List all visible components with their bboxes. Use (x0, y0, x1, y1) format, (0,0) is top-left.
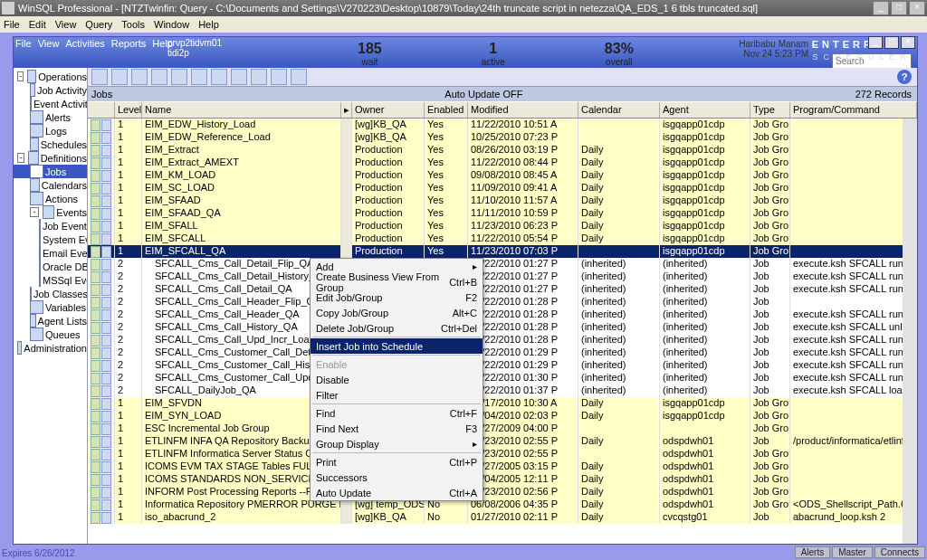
tree-item[interactable]: System Ev... (14, 233, 87, 246)
sched-min-button[interactable]: _ (868, 36, 883, 49)
col-program[interactable]: Program/Command (790, 102, 917, 118)
expand-icon[interactable]: - (17, 153, 24, 163)
expand-icon[interactable]: - (30, 207, 39, 217)
column-headers[interactable]: Level Name ▸ Owner Enabled Modified Cale… (88, 101, 917, 119)
tb-release-icon[interactable] (291, 69, 307, 85)
col-enabled[interactable]: Enabled (425, 102, 468, 118)
tb-refresh-icon[interactable] (91, 69, 108, 85)
menu-edit[interactable]: Edit (29, 19, 46, 30)
menu-help[interactable]: Help (198, 19, 219, 30)
tree-item[interactable]: Job Classes (14, 287, 87, 300)
table-row[interactable]: 1ICOMS EVM TAX STAGE Tables FULLREF10/27… (88, 460, 917, 473)
tree-item[interactable]: Actions (14, 192, 87, 205)
menu-tools[interactable]: Tools (121, 19, 145, 30)
tree-item[interactable]: Logs (14, 124, 87, 138)
tree-item[interactable]: Oracle DB ... (14, 260, 87, 273)
table-row[interactable]: 2SFCALL_Cms_Call_Detail_Flip_QA11/22/201… (88, 258, 917, 271)
table-row[interactable]: 1ESC Incremental Job Group07/27/2009 04:… (88, 422, 917, 435)
ctx-item[interactable]: PrintCtrl+P (311, 454, 483, 470)
tb-filter-icon[interactable] (211, 69, 227, 85)
table-row[interactable]: 1EIM_KM_LOADProductionYes09/08/2010 08:4… (88, 169, 917, 182)
table-row[interactable]: 2SFCALL_Cms_Call_Upd_Incr_Load_Ct11/22/2… (88, 334, 917, 346)
server-2[interactable]: tidi2p (167, 48, 222, 58)
smenu-view[interactable]: View (38, 38, 60, 49)
col-level[interactable]: Level (115, 102, 142, 118)
ctx-item[interactable]: Copy Job/GroupAlt+C (311, 305, 483, 320)
tree-item[interactable]: Event Activity (14, 97, 87, 110)
ctx-item[interactable]: FindCtrl+F (311, 405, 483, 421)
ctx-item[interactable]: Auto UpdateCtrl+A (311, 485, 483, 500)
tb-delete-icon[interactable] (171, 69, 187, 85)
help-icon[interactable]: ? (897, 70, 912, 84)
close-button[interactable]: × (909, 1, 925, 15)
status-master[interactable]: Master (832, 546, 873, 558)
table-row[interactable]: 2SFCALL_Cms_Call_Detail_QA11/22/2010 01:… (88, 283, 917, 296)
minimize-button[interactable]: _ (873, 1, 889, 15)
server-1[interactable]: prvp2tidvm01 (167, 38, 222, 48)
smenu-activities[interactable]: Activities (65, 38, 104, 49)
ctx-item[interactable]: Create Business View From GroupCtrl+B (311, 274, 483, 289)
tb-copy-icon[interactable] (151, 69, 167, 85)
sched-max-button[interactable]: □ (884, 36, 899, 49)
maximize-button[interactable]: □ (891, 1, 907, 15)
menu-view[interactable]: View (55, 19, 77, 30)
tree-item[interactable]: Calendars (14, 178, 87, 192)
ctx-item[interactable]: Filter (311, 387, 483, 403)
table-row[interactable]: 2SFCALL_Cms_Customer_Call_Upd_Inc11/22/2… (88, 372, 917, 384)
table-row[interactable]: 2SFCALL_Cms_Customer_Call_History_11/22/… (88, 359, 917, 372)
menu-file[interactable]: File (4, 19, 20, 30)
table-row[interactable]: 1EIM_SFCALLProductionYes11/22/2010 05:54… (88, 233, 917, 245)
tb-print-icon[interactable] (191, 69, 207, 85)
table-row[interactable]: 1EIM_SC_LOADProductionYes11/09/2010 09:4… (88, 182, 917, 195)
menu-window[interactable]: Window (154, 19, 189, 30)
vertical-scrollbar[interactable] (903, 119, 917, 544)
tree-item[interactable]: Email Events (14, 246, 87, 260)
tree-item[interactable]: -Events (14, 205, 87, 219)
tb-run-icon[interactable] (231, 69, 247, 85)
status-alerts[interactable]: Alerts (795, 546, 831, 558)
table-row[interactable]: 1ETLINFM INFA QA Repository Backup - p08… (88, 435, 917, 448)
table-row[interactable]: 2SFCALL_Cms_Call_Detail_History_QA11/22/… (88, 271, 917, 283)
tb-edit-icon[interactable] (131, 69, 148, 85)
smenu-file[interactable]: File (15, 38, 32, 49)
table-row[interactable]: 1EIM_SFAAD_QAProductionYes11/11/2010 10:… (88, 207, 917, 220)
table-row[interactable]: 1EIM_SYN_LOAD11/04/2010 02:03 PDailyisgq… (88, 410, 917, 422)
sched-close-button[interactable]: × (901, 36, 915, 49)
table-row[interactable]: 1EIM_SFVDN11/17/2010 10:30 ADailyisgqapp… (88, 397, 917, 410)
ctx-item[interactable]: Successors (311, 470, 483, 485)
context-menu[interactable]: AddCreate Business View From GroupCtrl+B… (310, 258, 483, 501)
ctx-item[interactable]: Group Display (311, 436, 483, 451)
status-connects[interactable]: Connects (874, 546, 925, 558)
table-row[interactable]: 1EIM_Extract_AMEXTProductionYes11/22/201… (88, 157, 917, 169)
col-icon[interactable] (88, 102, 115, 118)
grid-rows[interactable]: 1EIM_EDW_History_Load[wg]KB_QAYes11/22/2… (88, 119, 917, 544)
expand-icon[interactable]: - (17, 71, 24, 81)
ctx-item[interactable]: Delete Job/GroupCtrl+Del (311, 320, 483, 336)
table-row[interactable]: 2SFCALL_DailyJob_QA11/22/2010 01:37 P(in… (88, 384, 917, 397)
tree-item[interactable]: Queues (14, 327, 87, 341)
table-row[interactable]: 1EIM_SFCALL_QAProductionYes11/23/2010 07… (88, 245, 917, 258)
tb-new-icon[interactable] (111, 69, 128, 85)
tb-stop-icon[interactable] (251, 69, 267, 85)
table-row[interactable]: 1EIM_EDW_History_Load[wg]KB_QAYes11/22/2… (88, 119, 917, 131)
table-row[interactable]: 1iso_abacrund_2[wg]KB_QANo01/27/2010 02:… (88, 511, 917, 524)
tree-item[interactable]: Job Events (14, 219, 87, 233)
table-row[interactable]: 1EIM_SFALLProductionYes11/23/2010 06:23 … (88, 220, 917, 233)
tree-item[interactable]: Job Activity (14, 83, 87, 97)
tree-item[interactable]: -Operations (14, 70, 87, 83)
tree-item[interactable]: Agent Lists (14, 314, 87, 327)
table-row[interactable]: 2SFCALL_Cms_Call_Header_QA11/22/2010 01:… (88, 308, 917, 321)
col-agent[interactable]: Agent (660, 102, 750, 118)
tree-item[interactable]: Variables (14, 300, 87, 314)
col-name[interactable]: Name (142, 102, 341, 118)
table-row[interactable]: 1EIM_SFAADProductionYes11/10/2010 11:57 … (88, 195, 917, 207)
tree-item[interactable]: MSSql Events (14, 273, 87, 287)
tree-item[interactable]: Schedules (14, 138, 87, 151)
table-row[interactable]: 1INFORM Post Processing Reports --PLS DO… (88, 486, 917, 498)
table-row[interactable]: 1Informatica Repository PMERROR PURGE Pr… (88, 498, 917, 511)
col-sort-icon[interactable]: ▸ (341, 102, 352, 118)
smenu-reports[interactable]: Reports (111, 38, 147, 49)
table-row[interactable]: 1EIM_EDW_Reference_Load[wg]KB_QAYes10/25… (88, 131, 917, 144)
table-row[interactable]: 2SFCALL_Cms_Customer_Call_Detail_H11/22/… (88, 346, 917, 359)
tree-item[interactable]: Alerts (14, 110, 87, 124)
